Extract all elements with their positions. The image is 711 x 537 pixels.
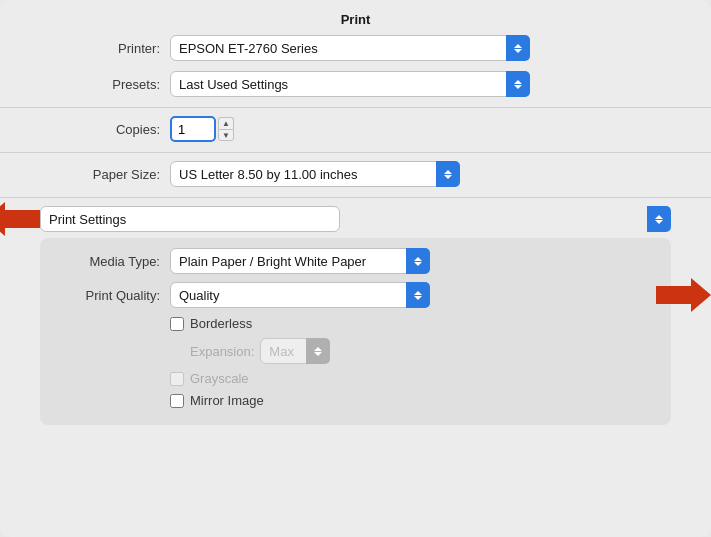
printer-select-wrapper: EPSON ET-2760 Series — [170, 35, 530, 61]
borderless-checkbox[interactable] — [170, 317, 184, 331]
presets-label: Presets: — [60, 77, 160, 92]
printer-row: Printer: EPSON ET-2760 Series — [60, 35, 651, 61]
svg-marker-0 — [0, 202, 40, 236]
grayscale-label: Grayscale — [190, 371, 249, 386]
print-quality-select[interactable]: Quality — [170, 282, 430, 308]
printer-label: Printer: — [60, 41, 160, 56]
svg-marker-1 — [656, 278, 711, 312]
media-type-row: Media Type: Plain Paper / Bright White P… — [60, 248, 651, 274]
expansion-select: Max — [260, 338, 330, 364]
title-text: Print — [341, 12, 371, 27]
media-type-select[interactable]: Plain Paper / Bright White Paper — [170, 248, 430, 274]
print-quality-select-wrapper: Quality — [170, 282, 430, 308]
print-settings-select-wrapper: Print Settings — [40, 206, 671, 232]
paper-size-select-wrapper: US Letter 8.50 by 11.00 inches — [170, 161, 460, 187]
presets-select-wrapper: Last Used Settings — [170, 71, 530, 97]
print-quality-row: Print Quality: Quality — [60, 282, 651, 308]
right-arrow-icon — [656, 278, 711, 312]
presets-select[interactable]: Last Used Settings — [170, 71, 530, 97]
borderless-label: Borderless — [190, 316, 252, 331]
copies-label: Copies: — [60, 122, 160, 137]
divider-3 — [0, 197, 711, 198]
left-arrow-icon — [0, 202, 40, 236]
grayscale-checkbox — [170, 372, 184, 386]
media-type-label: Media Type: — [60, 254, 160, 269]
paper-size-label: Paper Size: — [60, 167, 160, 182]
expansion-label: Expansion: — [190, 344, 254, 359]
copies-input[interactable] — [170, 116, 216, 142]
printer-select[interactable]: EPSON ET-2760 Series — [170, 35, 530, 61]
print-dialog: Print Printer: EPSON ET-2760 Series Pres… — [0, 0, 711, 537]
copies-down-button[interactable]: ▼ — [218, 129, 234, 141]
print-settings-select-arrow — [647, 206, 671, 232]
paper-size-select[interactable]: US Letter 8.50 by 11.00 inches — [170, 161, 460, 187]
presets-row: Presets: Last Used Settings — [60, 71, 651, 97]
dialog-title: Print — [0, 0, 711, 35]
divider-2 — [0, 152, 711, 153]
grayscale-row: Grayscale — [60, 371, 651, 386]
divider-1 — [0, 107, 711, 108]
mirror-image-label: Mirror Image — [190, 393, 264, 408]
copies-up-button[interactable]: ▲ — [218, 117, 234, 129]
copies-stepper: ▲ ▼ — [218, 117, 234, 141]
expansion-row: Expansion: Max — [60, 338, 651, 364]
print-quality-label: Print Quality: — [60, 288, 160, 303]
mirror-image-row: Mirror Image — [60, 393, 651, 408]
print-quality-container: Print Quality: Quality — [60, 282, 651, 308]
media-type-select-wrapper: Plain Paper / Bright White Paper — [170, 248, 430, 274]
borderless-row: Borderless — [60, 316, 651, 331]
print-settings-panel: Media Type: Plain Paper / Bright White P… — [40, 238, 671, 425]
copies-row: Copies: ▲ ▼ — [60, 116, 651, 142]
expansion-select-wrapper: Max — [260, 338, 330, 364]
print-settings-row: Print Settings — [40, 206, 671, 232]
print-settings-select[interactable]: Print Settings — [40, 206, 340, 232]
mirror-image-checkbox[interactable] — [170, 394, 184, 408]
paper-size-row: Paper Size: US Letter 8.50 by 11.00 inch… — [60, 161, 651, 187]
